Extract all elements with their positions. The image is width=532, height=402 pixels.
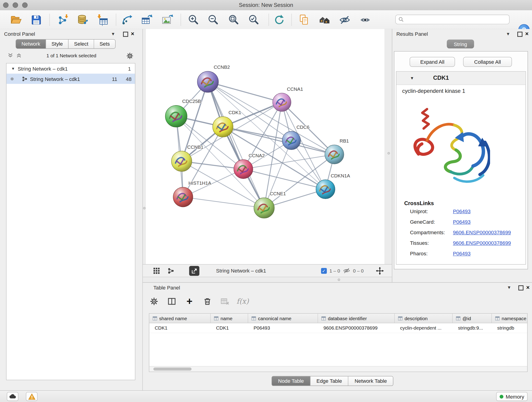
control-panel-menu-icon[interactable]: ▾ bbox=[112, 31, 114, 37]
network-edge-CCNB2-CCNE1[interactable] bbox=[208, 82, 264, 208]
network-node-CDC6[interactable]: CDC6 bbox=[282, 124, 310, 150]
gene-section-header[interactable]: ▼ CDK1 bbox=[396, 71, 526, 85]
collection-count: 1 bbox=[128, 65, 131, 71]
results-panel-float-icon[interactable] bbox=[517, 32, 522, 37]
network-node-CDK1[interactable]: CDK1 bbox=[213, 110, 241, 137]
pan-crosshair-icon[interactable] bbox=[376, 267, 384, 274]
horizontal-splitter[interactable] bbox=[143, 277, 392, 282]
network-node-CCNA1[interactable]: CCNA1 bbox=[273, 86, 303, 112]
column-header-description[interactable]: description bbox=[395, 314, 453, 323]
column-type-icon bbox=[252, 316, 256, 320]
crosslink-link[interactable]: P06493 bbox=[453, 250, 471, 256]
selected-checkbox-icon[interactable]: ✓ bbox=[321, 268, 327, 274]
table-panel-float-icon[interactable] bbox=[518, 285, 523, 290]
collapse-all-button[interactable]: Collapse All bbox=[463, 57, 512, 67]
crosslink-link[interactable]: P06493 bbox=[453, 219, 471, 225]
table-options-button[interactable] bbox=[149, 296, 159, 307]
refresh-layout-button[interactable] bbox=[272, 13, 287, 26]
tab-style[interactable]: Style bbox=[46, 40, 69, 49]
crosslink-link[interactable]: 9606.ENSP00000378699 bbox=[453, 240, 511, 246]
birdseye-view-icon[interactable] bbox=[167, 267, 174, 274]
tab-edge-table[interactable]: Edge Table bbox=[310, 376, 348, 385]
string-results-tab[interactable]: String bbox=[447, 40, 474, 49]
table-row[interactable]: CDK1CDK1P064939606.ENSP00000378699cyclin… bbox=[149, 323, 527, 333]
crosslink-link[interactable]: P06493 bbox=[453, 208, 471, 214]
new-network-from-selection-button[interactable] bbox=[119, 13, 134, 26]
table-cell[interactable]: cyclin-dependent ... bbox=[395, 323, 453, 333]
warnings-button[interactable] bbox=[26, 392, 38, 401]
export-network-button[interactable] bbox=[189, 266, 200, 276]
results-panel-close-icon[interactable]: × bbox=[525, 31, 529, 38]
zoom-out-button[interactable] bbox=[206, 13, 220, 26]
table-cell[interactable]: P06493 bbox=[248, 323, 318, 333]
table-header-row: shared namenamecanonical namedatabase id… bbox=[149, 314, 527, 323]
column-header-namespace[interactable]: namespace bbox=[492, 314, 527, 323]
search-box[interactable] bbox=[395, 15, 510, 24]
home-button[interactable] bbox=[317, 13, 332, 26]
network-row[interactable]: String Network – cdk1 11 48 bbox=[6, 74, 135, 84]
scrollbar-thumb[interactable] bbox=[153, 368, 191, 370]
table-cell[interactable]: stringdb bbox=[492, 323, 527, 333]
section-expander-icon[interactable]: ▼ bbox=[410, 76, 414, 80]
network-node-CCNB2[interactable]: CCNB2 bbox=[197, 64, 230, 92]
save-session-button[interactable] bbox=[29, 13, 44, 26]
create-column-button[interactable]: + bbox=[184, 296, 195, 307]
open-session-button[interactable] bbox=[8, 13, 23, 26]
zoom-in-button[interactable] bbox=[186, 13, 201, 26]
network-node-CDC25B[interactable]: CDC25B bbox=[165, 99, 201, 127]
column-header-name[interactable]: name bbox=[210, 314, 248, 323]
show-all-button[interactable] bbox=[357, 13, 372, 26]
network-edge-HIST1H1A-CCNE1[interactable] bbox=[183, 197, 264, 208]
splitter-handle[interactable] bbox=[143, 207, 146, 209]
results-panel-menu-icon[interactable]: ▾ bbox=[507, 31, 509, 37]
network-node-RB1[interactable]: RB1 bbox=[325, 138, 349, 164]
delete-column-button[interactable] bbox=[202, 296, 212, 307]
table-panel-menu-icon[interactable]: ▾ bbox=[508, 284, 510, 291]
network-options-gear-icon[interactable] bbox=[126, 52, 133, 60]
table-horizontal-scrollbar[interactable] bbox=[149, 366, 527, 372]
cloud-status-button[interactable] bbox=[7, 392, 19, 401]
tab-sets[interactable]: Sets bbox=[94, 40, 115, 49]
new-table-button[interactable] bbox=[139, 13, 154, 26]
network-node-CCNB1[interactable]: CCNB1 bbox=[171, 144, 203, 172]
table-panel-close-icon[interactable]: × bbox=[526, 284, 530, 291]
import-network-from-file-button[interactable] bbox=[55, 13, 70, 26]
column-header-@id[interactable]: @id bbox=[452, 314, 492, 323]
copy-button[interactable] bbox=[297, 13, 311, 26]
network-edge-CDK1-RB1[interactable] bbox=[223, 127, 334, 154]
column-header-canonical-name[interactable]: canonical name bbox=[248, 314, 318, 323]
hide-selected-button[interactable] bbox=[337, 13, 352, 26]
import-network-from-database-button[interactable] bbox=[74, 13, 89, 26]
table-cell[interactable]: stringdb:9... bbox=[452, 323, 492, 333]
fit-content-button[interactable] bbox=[226, 13, 241, 26]
network-node-HIST1H1A[interactable]: HIST1H1A bbox=[173, 180, 211, 207]
fit-selected-button[interactable] bbox=[246, 13, 261, 26]
splitter-handle[interactable] bbox=[387, 152, 390, 154]
tab-network[interactable]: Network bbox=[16, 40, 46, 49]
hidden-eye-slash-icon[interactable] bbox=[343, 267, 350, 274]
table-cell[interactable]: 9606.ENSP00000378699 bbox=[318, 323, 395, 333]
tab-node-table[interactable]: Node Table bbox=[272, 376, 310, 385]
column-header-database-identifier[interactable]: database identifier bbox=[318, 314, 395, 323]
memory-button[interactable]: Memory bbox=[496, 392, 528, 401]
column-header-shared-name[interactable]: shared name bbox=[149, 314, 211, 323]
grid-view-icon[interactable] bbox=[153, 267, 160, 274]
tab-select[interactable]: Select bbox=[69, 40, 94, 49]
search-input[interactable] bbox=[404, 16, 509, 22]
export-image-button[interactable] bbox=[159, 13, 174, 26]
control-panel-float-icon[interactable] bbox=[123, 32, 128, 37]
function-builder-button[interactable]: f(x) bbox=[238, 296, 248, 307]
expand-all-button[interactable]: Expand All bbox=[410, 57, 455, 67]
network-canvas[interactable]: CCNB2CCNA1CDC25BCDK1CDC6RB1CCNB1CCNA2CDK… bbox=[146, 29, 385, 264]
show-columns-button[interactable] bbox=[167, 296, 177, 307]
control-panel-close-icon[interactable]: × bbox=[131, 31, 134, 38]
delete-table-button[interactable] bbox=[220, 296, 230, 307]
tab-network-table[interactable]: Network Table bbox=[348, 376, 393, 385]
crosslink-link[interactable]: 9606.ENSP00000378699 bbox=[453, 230, 511, 235]
table-cell[interactable]: CDK1 bbox=[210, 323, 248, 333]
table-cell[interactable]: CDK1 bbox=[149, 323, 211, 333]
tree-expander-icon[interactable]: ▼ bbox=[11, 66, 15, 70]
network-collection-row[interactable]: ▼ String Network – cdk1 1 bbox=[6, 64, 135, 74]
import-table-from-file-button[interactable] bbox=[95, 13, 110, 26]
network-node-CDKN1A[interactable]: CDKN1A bbox=[316, 173, 350, 199]
